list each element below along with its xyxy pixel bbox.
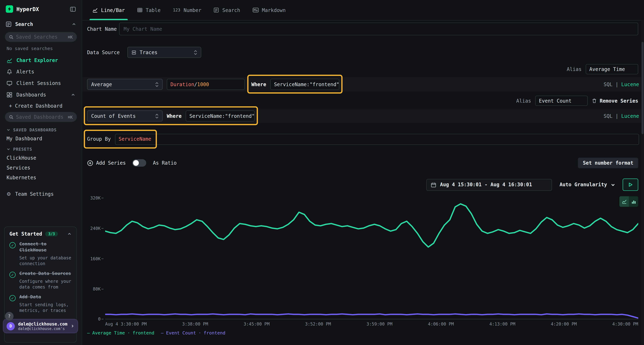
monitor-icon [6,80,12,86]
step-description: Configure where your data comes from [19,278,72,290]
get-started-step[interactable]: ✓ Add Data Start sending logs, metrics, … [10,295,72,313]
as-ratio-toggle[interactable] [132,159,146,167]
sidebar-item-label: Client Sessions [16,80,61,86]
chevron-up-icon[interactable] [71,93,75,97]
series1-where-input[interactable]: ServiceName:"frontend" [270,79,339,90]
tab-markdown[interactable]: Markdown [246,0,292,20]
kbd-shortcut: ⌘K [68,35,73,39]
create-dashboard-button[interactable]: + Create Dashboard [0,100,82,111]
legend-item-event-count[interactable]: — Event Count · frontend [161,330,226,336]
bar-chart-mode-button[interactable] [629,196,638,207]
chevron-up-icon[interactable] [72,22,76,26]
presets-header[interactable]: PRESETS [0,144,82,153]
play-icon [628,183,632,187]
chart-explorer-icon [6,57,12,63]
line-chart-mode-button[interactable] [619,196,629,207]
chevron-up-icon[interactable] [68,232,72,236]
bar-chart-icon [631,199,636,204]
sql-option[interactable]: SQL [604,81,612,87]
step-title: Create Data Sources [19,271,72,277]
table-icon [137,7,142,13]
sidebar-item-label: Alerts [16,69,34,75]
search-section-header[interactable]: Search [0,17,82,31]
main-panel: Line/Bar Table 123 Number Search Markdow… [82,0,644,345]
saved-dashboards-placeholder: Saved Dashboards [16,114,64,120]
sidebar-item-team-settings[interactable]: ⚙ Team Settings [0,188,82,200]
scrollbar-track[interactable] [641,20,644,345]
chart-name-input[interactable]: My Chart Name [119,22,638,35]
lucene-option[interactable]: Lucene [621,81,639,87]
set-number-format-button[interactable]: Set number format [578,158,638,168]
collapse-sidebar-icon[interactable] [70,6,76,12]
chart-type-toggle [619,196,638,207]
time-series-chart[interactable]: 320K 240K 160K 80K 0 [87,198,638,320]
scrollbar-thumb[interactable] [642,42,644,134]
sidebar-item-preset-kubernetes[interactable]: Kubernetes [0,173,82,183]
series1-language-switch: SQL | Lucene [604,81,639,87]
get-started-header[interactable]: Get Started 3/3 [10,231,72,237]
y-axis-tick: 320K [90,195,100,200]
get-started-step[interactable]: ✓ Create Data Sources Configure where yo… [10,271,72,290]
user-menu[interactable]: D dale@clickhouse.com dale@clickhouse.co… [3,319,78,333]
app-root: HyperDX Search Saved Searches ⌘K No save… [0,0,644,345]
run-query-button[interactable] [623,179,638,191]
x-axis-tick: 3:38:00 PM [182,322,208,327]
trash-icon [592,98,597,103]
saved-searches-input[interactable]: Saved Searches ⌘K [5,32,77,42]
data-source-select[interactable]: Traces [127,47,201,58]
dashboards-grid-icon [6,92,12,98]
as-ratio-label: As Ratio [153,160,177,166]
select-updown-icon [155,113,158,118]
sidebar-item-my-dashboard[interactable]: My Dashboard [0,134,82,144]
sidebar-item-preset-services[interactable]: Services [0,163,82,173]
kbd-shortcut: ⌘K [68,115,73,119]
tab-number[interactable]: 123 Number [167,0,208,20]
legend-item-average-time[interactable]: — Average Time · frontend [87,330,154,336]
tab-search[interactable]: Search [208,0,246,20]
series2-aggregation-select[interactable]: Count of Events [87,110,162,122]
get-started-badge: 3/3 [46,232,58,237]
group-by-input[interactable]: ServiceName [115,134,639,145]
sidebar-item-dashboards[interactable]: Dashboards [0,89,82,100]
x-axis-tick: 3:59:00 PM [366,322,392,327]
sidebar-item-preset-clickhouse[interactable]: ClickHouse [0,153,82,163]
y-axis-tick: 0 [98,317,101,322]
series2-alias-input[interactable]: Event Count [535,96,588,106]
add-series-button[interactable]: Add Series [87,160,126,166]
plot-area[interactable] [105,198,638,320]
tab-line-bar[interactable]: Line/Bar [86,0,131,20]
group-by-label: Group By [87,136,111,142]
help-button[interactable]: ? [5,312,14,321]
sql-option[interactable]: SQL [604,113,612,119]
date-range-picker[interactable]: Aug 4 15:30:01 - Aug 4 16:30:01 [426,179,552,191]
markdown-icon [252,7,258,13]
get-started-step[interactable]: ✓ Connect to ClickHouse Set up your data… [10,241,72,266]
tab-table[interactable]: Table [131,0,167,20]
user-email: dale@clickhouse.com [18,322,68,327]
alias-label: Alias [516,98,531,104]
no-saved-searches-text: No saved searches [0,44,82,54]
series1-field-input[interactable]: Duration/1000 [167,79,245,90]
sidebar-item-client-sessions[interactable]: Client Sessions [0,78,82,89]
saved-dashboards-input[interactable]: Saved Dashboards ⌘K [5,112,77,122]
series1-row: Average Duration/1000 Where ServiceName:… [82,77,644,91]
toggle-knob [133,160,139,166]
calendar-icon [431,182,436,187]
line-chart-icon [92,7,98,13]
lucene-option[interactable]: Lucene [621,113,639,119]
chart-name-label: Chart Name [87,26,117,32]
series1-aggregation-select[interactable]: Average [87,79,162,90]
sidebar-item-alerts[interactable]: Alerts [0,66,82,78]
saved-dashboards-header[interactable]: SAVED DASHBOARDS [0,124,82,134]
series2-where-input[interactable]: ServiceName:"frontend" [186,110,255,122]
hyperdx-logo-icon [6,5,13,13]
remove-series-button[interactable]: Remove Series [592,98,638,104]
sidebar-item-chart-explorer[interactable]: Chart Explorer [0,54,82,66]
series1-alias-input[interactable]: Average Time [586,64,638,74]
granularity-select[interactable]: Auto Granularity [558,182,617,188]
group-by-row: Group By ServiceName [82,132,644,146]
tab-bar: Line/Bar Table 123 Number Search Markdow… [82,0,644,20]
chart-legend: — Average Time · frontend — Event Count … [87,330,226,336]
check-circle-icon: ✓ [10,272,16,278]
user-org: dale@clickhouse.com's [18,327,68,331]
